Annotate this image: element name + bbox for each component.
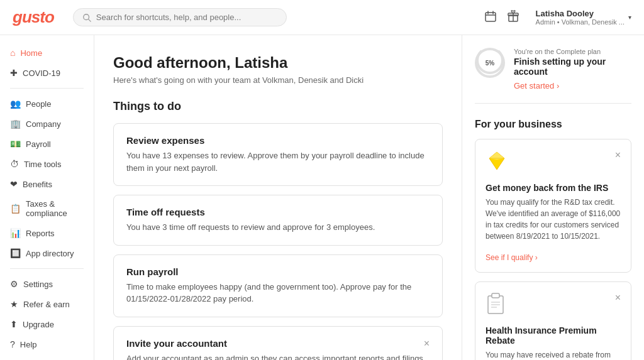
- todo-card-body: Add your accountant as an admin so they …: [126, 352, 430, 361]
- search-input[interactable]: [96, 13, 277, 22]
- biz-title: For your business: [475, 119, 631, 130]
- todo-card-run-payroll: Run payroll Time to make employees happy…: [113, 254, 443, 317]
- clipboard-icon: [486, 292, 506, 319]
- time-icon: ⏱: [10, 159, 19, 169]
- sidebar-item-label: Company: [26, 119, 61, 129]
- sidebar-item-label: COVID-19: [23, 68, 60, 78]
- search-bar[interactable]: [73, 8, 287, 26]
- sidebar-item-label: Benefits: [23, 180, 52, 189]
- sidebar-item-label: Taxes & compliance: [26, 199, 84, 218]
- plan-cta: Finish setting up your account: [514, 57, 631, 77]
- search-icon: [82, 13, 91, 22]
- todo-card-time-off: Time off requests You have 3 time off re…: [113, 195, 443, 246]
- taxes-icon: 📋: [10, 204, 21, 214]
- close-button-irs[interactable]: ×: [615, 150, 621, 161]
- sidebar-item-home[interactable]: ⌂ Home: [0, 43, 94, 63]
- sidebar-item-upgrade[interactable]: ⬆ Upgrade: [0, 314, 94, 334]
- right-panel: 5% You're on the Complete plan Finish se…: [462, 35, 644, 360]
- close-button-health[interactable]: ×: [615, 292, 621, 303]
- home-icon: ⌂: [10, 48, 15, 58]
- section-title: Things to do: [113, 100, 443, 113]
- promo-body: You may qualify for the R&D tax credit. …: [486, 197, 621, 242]
- todo-card-title: Review expenses: [126, 135, 430, 146]
- sidebar-item-label: Payroll: [26, 139, 51, 149]
- sidebar-item-covid19[interactable]: ✚ COVID-19: [0, 63, 94, 83]
- plan-percent: 5%: [486, 60, 494, 67]
- user-name: Latisha Dooley: [536, 9, 625, 18]
- chevron-down-icon: ▾: [628, 14, 631, 21]
- page-subtitle: Here's what's going on with your team at…: [113, 75, 443, 85]
- promo-card-header: ×: [486, 292, 621, 319]
- logo: gusto: [13, 8, 54, 27]
- people-icon: 👥: [10, 99, 21, 109]
- sidebar-divider-2: [10, 268, 84, 269]
- user-menu[interactable]: Latisha Dooley Admin • Volkman, Denesik …: [536, 9, 631, 26]
- main-layout: ⌂ Home ✚ COVID-19 👥 People 🏢 Company 💵 P…: [0, 35, 644, 360]
- help-icon: ?: [10, 339, 15, 349]
- todo-card-title: Invite your accountant: [126, 338, 227, 349]
- payroll-icon: 💵: [10, 139, 21, 149]
- get-started-link[interactable]: Get started ›: [514, 81, 559, 90]
- refer-icon: ★: [10, 299, 18, 309]
- gift-icon[interactable]: [507, 10, 519, 25]
- svg-rect-15: [492, 293, 499, 298]
- plan-progress-circle: 5%: [475, 48, 505, 78]
- irs-qualify-link[interactable]: See if I qualify ›: [486, 253, 538, 262]
- sidebar-item-people[interactable]: 👥 People: [0, 94, 94, 114]
- todo-card-title: Run payroll: [126, 266, 430, 277]
- promo-title: Get money back from the IRS: [486, 183, 621, 193]
- sidebar-item-benefits[interactable]: ❤ Benefits: [0, 174, 94, 194]
- sidebar-item-appdirectory[interactable]: 🔲 App directory: [0, 243, 94, 263]
- sidebar-item-refer[interactable]: ★ Refer & earn: [0, 294, 94, 314]
- todo-card-invite-accountant: Invite your accountant × Add your accoun…: [113, 326, 443, 361]
- sidebar-item-label: App directory: [26, 249, 74, 258]
- sidebar-item-label: Home: [20, 48, 42, 58]
- sidebar-divider: [10, 88, 84, 89]
- sidebar-item-settings[interactable]: ⚙ Settings: [0, 274, 94, 294]
- user-role: Admin • Volkman, Denesik ...: [536, 18, 625, 26]
- main-content: Good afternoon, Latisha Here's what's go…: [94, 35, 462, 360]
- settings-icon: ⚙: [10, 279, 18, 289]
- calendar-icon[interactable]: [484, 10, 497, 25]
- upgrade-icon: ⬆: [10, 319, 18, 329]
- promo-card-header: ×: [486, 150, 621, 177]
- todo-card-body: Time to make employees happy (and the go…: [126, 281, 430, 305]
- sidebar-item-label: Settings: [23, 280, 53, 289]
- svg-line-1: [88, 19, 91, 21]
- company-icon: 🏢: [10, 119, 21, 129]
- reports-icon: 📊: [10, 228, 21, 238]
- topnav: gusto Latis: [0, 0, 644, 35]
- benefits-icon: ❤: [10, 179, 18, 189]
- sidebar-item-label: Upgrade: [23, 320, 54, 329]
- topnav-icons: Latisha Dooley Admin • Volkman, Denesik …: [484, 9, 631, 26]
- sidebar-item-label: Reports: [26, 229, 55, 238]
- sidebar-item-label: Refer & earn: [23, 300, 70, 309]
- appdirectory-icon: 🔲: [10, 248, 21, 258]
- sidebar-item-help[interactable]: ? Help: [0, 334, 94, 354]
- diamond-icon: [486, 150, 508, 177]
- plan-label: You're on the Complete plan: [514, 48, 631, 55]
- todo-card-title: Time off requests: [126, 207, 430, 217]
- todo-card-body: You have 13 expenses to review. Approve …: [126, 150, 430, 174]
- sidebar-item-taxes[interactable]: 📋 Taxes & compliance: [0, 194, 94, 223]
- sidebar-item-payroll[interactable]: 💵 Payroll: [0, 134, 94, 154]
- page-greeting: Good afternoon, Latisha: [113, 54, 443, 72]
- sidebar-item-reports[interactable]: 📊 Reports: [0, 223, 94, 243]
- sidebar-item-label: People: [26, 99, 51, 109]
- covid-icon: ✚: [10, 68, 18, 78]
- todo-card-header: Invite your accountant ×: [126, 338, 430, 352]
- sidebar-item-timetools[interactable]: ⏱ Time tools: [0, 154, 94, 174]
- sidebar-item-company[interactable]: 🏢 Company: [0, 114, 94, 134]
- sidebar-item-label: Help: [20, 340, 37, 349]
- promo-card-irs: × Get money back from the IRS You may qu…: [475, 139, 631, 273]
- promo-body: You may have received a rebate from your…: [486, 349, 621, 360]
- todo-card-review-expenses: Review expenses You have 13 expenses to …: [113, 123, 443, 186]
- close-button[interactable]: ×: [424, 338, 430, 349]
- sidebar-item-label: Time tools: [24, 160, 61, 169]
- plan-card: 5% You're on the Complete plan Finish se…: [475, 48, 631, 104]
- promo-card-health: × Health Insurance Premium Rebate You ma…: [475, 281, 631, 360]
- todo-card-body: You have 3 time off requests to review a…: [126, 221, 430, 234]
- svg-rect-2: [486, 13, 496, 21]
- promo-title: Health Insurance Premium Rebate: [486, 325, 621, 346]
- sidebar: ⌂ Home ✚ COVID-19 👥 People 🏢 Company 💵 P…: [0, 35, 94, 360]
